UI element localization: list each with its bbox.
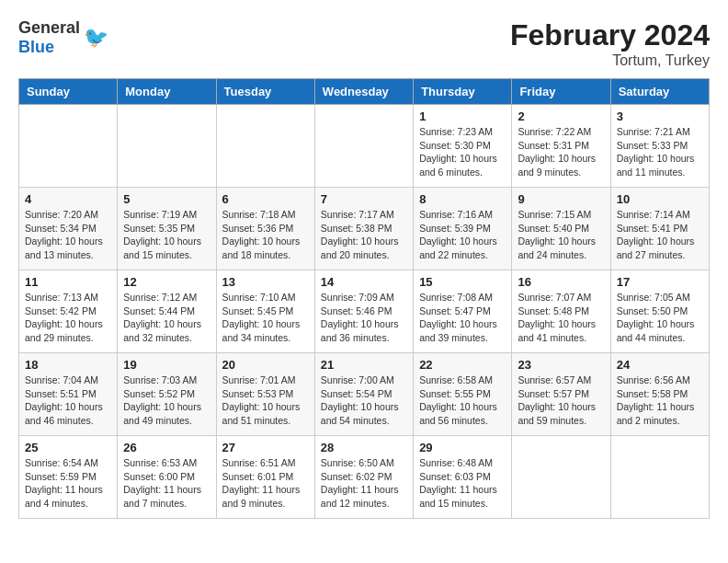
day-number: 4 [25, 192, 111, 206]
day-number: 29 [419, 441, 506, 454]
calendar-cell: 25Sunrise: 6:54 AM Sunset: 5:59 PM Dayli… [19, 436, 118, 519]
day-info: Sunrise: 7:18 AM Sunset: 5:36 PM Dayligh… [222, 208, 309, 262]
day-number: 24 [617, 358, 703, 372]
calendar-cell [314, 105, 413, 188]
day-info: Sunrise: 7:07 AM Sunset: 5:48 PM Dayligh… [518, 291, 604, 345]
day-number: 12 [123, 275, 210, 289]
calendar-cell: 12Sunrise: 7:12 AM Sunset: 5:44 PM Dayli… [118, 270, 216, 353]
day-info: Sunrise: 7:17 AM Sunset: 5:38 PM Dayligh… [321, 208, 407, 262]
day-number: 21 [321, 358, 407, 372]
calendar-cell: 15Sunrise: 7:08 AM Sunset: 5:47 PM Dayli… [414, 270, 512, 353]
day-info: Sunrise: 7:21 AM Sunset: 5:33 PM Dayligh… [617, 125, 703, 179]
day-info: Sunrise: 7:13 AM Sunset: 5:42 PM Dayligh… [25, 291, 111, 345]
calendar-cell [216, 105, 314, 188]
day-info: Sunrise: 7:16 AM Sunset: 5:39 PM Dayligh… [419, 208, 506, 262]
day-info: Sunrise: 6:51 AM Sunset: 6:01 PM Dayligh… [222, 456, 309, 511]
day-info: Sunrise: 7:19 AM Sunset: 5:35 PM Dayligh… [123, 208, 210, 262]
calendar-cell: 19Sunrise: 7:03 AM Sunset: 5:52 PM Dayli… [118, 353, 216, 436]
day-info: Sunrise: 7:04 AM Sunset: 5:51 PM Dayligh… [25, 373, 111, 428]
day-info: Sunrise: 6:48 AM Sunset: 6:03 PM Dayligh… [419, 456, 506, 511]
day-number: 28 [321, 441, 407, 454]
day-of-week-header: Tuesday [216, 79, 314, 105]
day-number: 11 [25, 275, 111, 289]
calendar-cell: 4Sunrise: 7:20 AM Sunset: 5:34 PM Daylig… [19, 188, 118, 270]
day-number: 3 [617, 109, 703, 123]
day-info: Sunrise: 7:03 AM Sunset: 5:52 PM Dayligh… [123, 373, 210, 428]
calendar-title: February 2024 [510, 18, 710, 52]
day-number: 8 [419, 192, 506, 206]
day-info: Sunrise: 7:20 AM Sunset: 5:34 PM Dayligh… [25, 208, 111, 262]
day-of-week-header: Sunday [19, 79, 118, 105]
calendar-cell: 17Sunrise: 7:05 AM Sunset: 5:50 PM Dayli… [610, 270, 709, 353]
day-info: Sunrise: 7:14 AM Sunset: 5:41 PM Dayligh… [617, 208, 703, 262]
day-number: 13 [222, 275, 309, 289]
day-info: Sunrise: 6:53 AM Sunset: 6:00 PM Dayligh… [123, 456, 210, 511]
day-number: 25 [25, 441, 111, 454]
calendar-cell: 22Sunrise: 6:58 AM Sunset: 5:55 PM Dayli… [414, 353, 512, 436]
day-info: Sunrise: 7:08 AM Sunset: 5:47 PM Dayligh… [419, 291, 506, 345]
calendar-cell [512, 436, 610, 519]
calendar-subtitle: Tortum, Turkey [510, 52, 710, 69]
day-number: 7 [321, 192, 407, 206]
calendar-week-row: 4Sunrise: 7:20 AM Sunset: 5:34 PM Daylig… [19, 188, 710, 270]
logo: General Blue 🐦 [18, 18, 108, 57]
day-number: 27 [222, 441, 309, 454]
day-number: 22 [419, 358, 506, 372]
day-number: 15 [419, 275, 506, 289]
day-info: Sunrise: 7:05 AM Sunset: 5:50 PM Dayligh… [617, 291, 703, 345]
calendar-cell: 1Sunrise: 7:23 AM Sunset: 5:30 PM Daylig… [414, 105, 512, 188]
calendar-cell: 7Sunrise: 7:17 AM Sunset: 5:38 PM Daylig… [314, 188, 413, 270]
day-info: Sunrise: 6:57 AM Sunset: 5:57 PM Dayligh… [518, 373, 604, 428]
calendar-cell: 20Sunrise: 7:01 AM Sunset: 5:53 PM Dayli… [216, 353, 314, 436]
calendar-cell: 11Sunrise: 7:13 AM Sunset: 5:42 PM Dayli… [19, 270, 118, 353]
title-block: February 2024 Tortum, Turkey [510, 18, 710, 69]
day-info: Sunrise: 7:00 AM Sunset: 5:54 PM Dayligh… [321, 373, 407, 428]
day-info: Sunrise: 6:58 AM Sunset: 5:55 PM Dayligh… [419, 373, 506, 428]
day-number: 26 [123, 441, 210, 454]
day-info: Sunrise: 6:50 AM Sunset: 6:02 PM Dayligh… [321, 456, 407, 511]
calendar-cell: 6Sunrise: 7:18 AM Sunset: 5:36 PM Daylig… [216, 188, 314, 270]
day-info: Sunrise: 7:22 AM Sunset: 5:31 PM Dayligh… [518, 125, 604, 179]
calendar-cell: 26Sunrise: 6:53 AM Sunset: 6:00 PM Dayli… [118, 436, 216, 519]
calendar-cell [19, 105, 118, 188]
day-number: 10 [617, 192, 703, 206]
calendar-week-row: 18Sunrise: 7:04 AM Sunset: 5:51 PM Dayli… [19, 353, 710, 436]
logo-blue: Blue [18, 38, 54, 56]
page-header: General Blue 🐦 February 2024 Tortum, Tur… [18, 18, 710, 69]
day-info: Sunrise: 7:10 AM Sunset: 5:45 PM Dayligh… [222, 291, 309, 345]
day-number: 1 [419, 109, 506, 123]
day-number: 18 [25, 358, 111, 372]
calendar-cell: 21Sunrise: 7:00 AM Sunset: 5:54 PM Dayli… [314, 353, 413, 436]
calendar-week-row: 25Sunrise: 6:54 AM Sunset: 5:59 PM Dayli… [19, 436, 710, 519]
calendar-cell: 29Sunrise: 6:48 AM Sunset: 6:03 PM Dayli… [414, 436, 512, 519]
logo-general: General [18, 18, 80, 37]
calendar-cell: 16Sunrise: 7:07 AM Sunset: 5:48 PM Dayli… [512, 270, 610, 353]
day-info: Sunrise: 7:15 AM Sunset: 5:40 PM Dayligh… [518, 208, 604, 262]
day-number: 19 [123, 358, 210, 372]
calendar-table: SundayMondayTuesdayWednesdayThursdayFrid… [18, 78, 710, 519]
calendar-cell: 18Sunrise: 7:04 AM Sunset: 5:51 PM Dayli… [19, 353, 118, 436]
calendar-cell [118, 105, 216, 188]
day-number: 20 [222, 358, 309, 372]
day-number: 6 [222, 192, 309, 206]
day-number: 5 [123, 192, 210, 206]
day-info: Sunrise: 7:23 AM Sunset: 5:30 PM Dayligh… [419, 125, 506, 179]
day-info: Sunrise: 6:56 AM Sunset: 5:58 PM Dayligh… [617, 373, 703, 428]
day-number: 23 [518, 358, 604, 372]
day-info: Sunrise: 6:54 AM Sunset: 5:59 PM Dayligh… [25, 456, 111, 511]
logo-bird-icon: 🐦 [84, 26, 108, 50]
day-of-week-header: Saturday [610, 79, 709, 105]
calendar-cell: 3Sunrise: 7:21 AM Sunset: 5:33 PM Daylig… [610, 105, 709, 188]
day-number: 16 [518, 275, 604, 289]
calendar-cell: 9Sunrise: 7:15 AM Sunset: 5:40 PM Daylig… [512, 188, 610, 270]
day-of-week-header: Friday [512, 79, 610, 105]
day-of-week-header: Thursday [414, 79, 512, 105]
calendar-week-row: 11Sunrise: 7:13 AM Sunset: 5:42 PM Dayli… [19, 270, 710, 353]
calendar-cell: 13Sunrise: 7:10 AM Sunset: 5:45 PM Dayli… [216, 270, 314, 353]
calendar-cell: 27Sunrise: 6:51 AM Sunset: 6:01 PM Dayli… [216, 436, 314, 519]
day-info: Sunrise: 7:09 AM Sunset: 5:46 PM Dayligh… [321, 291, 407, 345]
day-of-week-header: Monday [118, 79, 216, 105]
day-number: 14 [321, 275, 407, 289]
calendar-cell: 24Sunrise: 6:56 AM Sunset: 5:58 PM Dayli… [610, 353, 709, 436]
calendar-week-row: 1Sunrise: 7:23 AM Sunset: 5:30 PM Daylig… [19, 105, 710, 188]
